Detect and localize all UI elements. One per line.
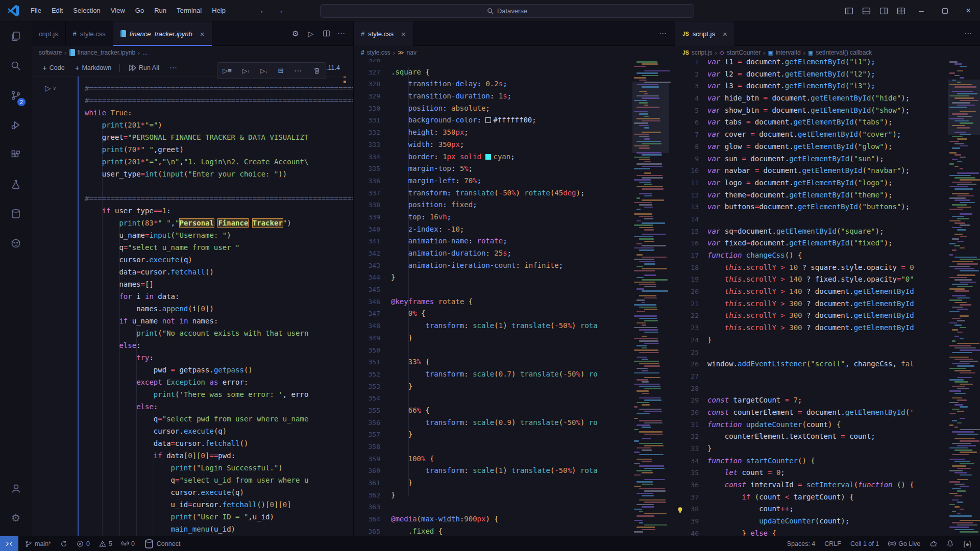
run-all-button[interactable]: Run All xyxy=(124,64,163,72)
breadcrumb-item[interactable]: ... xyxy=(142,49,148,56)
account-icon xyxy=(11,483,21,494)
status-braces[interactable]: {} xyxy=(959,536,976,551)
close-icon[interactable]: × xyxy=(200,30,205,38)
branch-icon xyxy=(25,540,32,547)
status-cell-1-of-1[interactable]: Cell 1 of 1 xyxy=(846,536,884,551)
tab-finance-tracker-ipynb[interactable]: finance_tracker.ipynb× xyxy=(113,21,212,46)
play-icon[interactable]: ▷ xyxy=(304,30,317,38)
breadcrumb-item[interactable]: finance_tracker.ipynb xyxy=(78,49,135,56)
chevron-right-icon: › xyxy=(803,49,805,57)
activity-extensions[interactable] xyxy=(0,140,32,169)
breadcrumb-item[interactable]: intervalId xyxy=(776,49,801,56)
menu-go[interactable]: Go xyxy=(130,0,149,21)
menu-view[interactable]: View xyxy=(106,0,130,21)
status-spaces-4[interactable]: Spaces: 4 xyxy=(782,536,820,551)
layout-bottom-toggle-button[interactable] xyxy=(857,0,875,21)
status-sync[interactable] xyxy=(56,536,72,551)
status-label: 0 xyxy=(131,540,135,547)
split-cell-icon[interactable]: ⊟ xyxy=(278,67,284,74)
breadcrumb-item[interactable]: setInterval() callback xyxy=(816,49,872,56)
cell-focus-border xyxy=(78,77,79,536)
breadcrumb[interactable]: software›finance_tracker.ipynb›... xyxy=(32,46,353,59)
activity-run-debug[interactable] xyxy=(0,110,32,140)
close-icon[interactable]: × xyxy=(401,30,406,38)
layout-grid-toggle-button[interactable] xyxy=(892,0,910,21)
lightbulb-icon[interactable] xyxy=(676,506,684,514)
breadcrumb[interactable]: JSscript.js›◇startCounter›▣intervalId›▣s… xyxy=(675,46,980,59)
database-icon xyxy=(11,209,21,219)
status-ports[interactable]: 0 xyxy=(117,536,139,551)
testing-icon xyxy=(11,179,21,189)
menu-selection[interactable]: Selection xyxy=(68,0,105,21)
notebook-cell-editor[interactable]: #=======================================… xyxy=(85,82,353,535)
breadcrumb-item[interactable]: software xyxy=(39,49,62,56)
status-remote[interactable] xyxy=(0,536,18,551)
add-markdown-cell-button-label: Markdown xyxy=(82,64,111,71)
activity-settings[interactable]: ⚙ xyxy=(0,503,32,533)
run-cell-button[interactable]: ▷∨ xyxy=(45,84,56,93)
notebook-more-button[interactable]: ⋯ xyxy=(165,63,182,72)
close-button[interactable]: × xyxy=(957,0,980,21)
status-branch[interactable]: main* xyxy=(20,536,56,551)
run-all-icon xyxy=(128,64,136,72)
breadcrumb-item[interactable]: nav xyxy=(407,49,416,56)
activity-account[interactable] xyxy=(0,473,32,503)
activity-chat[interactable] xyxy=(0,229,32,258)
menu-run[interactable]: Run xyxy=(149,0,172,21)
status-warning[interactable]: 5 xyxy=(94,536,117,551)
more-icon[interactable]: ⋯ xyxy=(294,66,302,76)
maximize-button[interactable] xyxy=(933,0,957,21)
tab-style-css[interactable]: #style.css xyxy=(66,21,113,46)
close-icon[interactable]: × xyxy=(723,30,727,38)
gear-icon[interactable]: ⚙ xyxy=(289,29,302,38)
back-button[interactable]: ← xyxy=(259,6,268,16)
run-below-icon[interactable]: ▷↓ xyxy=(260,67,268,74)
run-above-icon[interactable]: ▷↑ xyxy=(242,67,250,74)
more-icon[interactable]: ⋯ xyxy=(335,29,348,38)
hash-icon: # xyxy=(361,49,364,56)
add-markdown-cell-button[interactable]: +Markdown xyxy=(71,63,115,72)
cell-toolbar: ▷≡▷↑▷↓⊟⋯ xyxy=(217,62,326,79)
layout-right-toggle-button[interactable] xyxy=(875,0,892,21)
tab-style-css[interactable]: #style.css× xyxy=(354,21,413,46)
breadcrumb[interactable]: #style.css›≫nav xyxy=(354,46,675,59)
status-bar: main*050Connect Spaces: 4CRLFCell 1 of 1… xyxy=(0,536,980,551)
status-label: Cell 1 of 1 xyxy=(850,540,879,547)
activity-files[interactable] xyxy=(0,21,32,51)
status-error[interactable]: 0 xyxy=(72,536,94,551)
minimap[interactable] xyxy=(948,59,980,536)
activity-testing[interactable] xyxy=(0,169,32,199)
menu-terminal[interactable]: Terminal xyxy=(172,0,207,21)
delete-icon[interactable] xyxy=(313,67,321,74)
breadcrumb-item[interactable]: startCounter xyxy=(727,49,761,56)
status-broadcast[interactable]: Go Live xyxy=(884,536,925,551)
minimap[interactable] xyxy=(632,59,669,536)
more-icon[interactable]: ⋯ xyxy=(656,29,670,38)
add-code-cell-button[interactable]: +Code xyxy=(38,63,69,72)
js-editor[interactable]: var l1 = document.getElementById("l1");v… xyxy=(707,56,914,536)
execute-cell-icon[interactable]: ▷≡ xyxy=(223,67,232,74)
css-editor[interactable]: .square { transition-delay: 0.2s; transi… xyxy=(391,54,598,536)
status-bell[interactable] xyxy=(942,536,959,551)
tab-script-js[interactable]: JSscript.js× xyxy=(675,21,735,46)
split-icon[interactable] xyxy=(320,30,333,37)
activity-database[interactable] xyxy=(0,199,32,229)
layout-left-toggle-button[interactable] xyxy=(840,0,857,21)
tab-cript-js[interactable]: cript.js xyxy=(32,21,66,46)
breadcrumb-item[interactable]: script.js xyxy=(692,49,713,56)
activity-source-control[interactable]: 2 xyxy=(0,81,32,110)
activity-search[interactable] xyxy=(0,51,32,81)
status-crlf[interactable]: CRLF xyxy=(820,536,846,551)
forward-button[interactable]: → xyxy=(275,6,284,16)
menu-file[interactable]: File xyxy=(26,0,46,21)
add-code-cell-button-label: Code xyxy=(50,64,65,71)
breadcrumb-item[interactable]: style.css xyxy=(367,49,390,56)
minimize-button[interactable]: ─ xyxy=(910,0,933,21)
command-center-search[interactable]: Dataverse xyxy=(320,4,694,18)
status-squirrel[interactable] xyxy=(925,536,942,551)
status-database[interactable]: Connect xyxy=(139,536,185,551)
menu-edit[interactable]: Edit xyxy=(46,0,68,21)
menu-help[interactable]: Help xyxy=(207,0,231,21)
more-icon[interactable]: ⋯ xyxy=(962,29,975,38)
search-placeholder: Dataverse xyxy=(497,7,527,15)
